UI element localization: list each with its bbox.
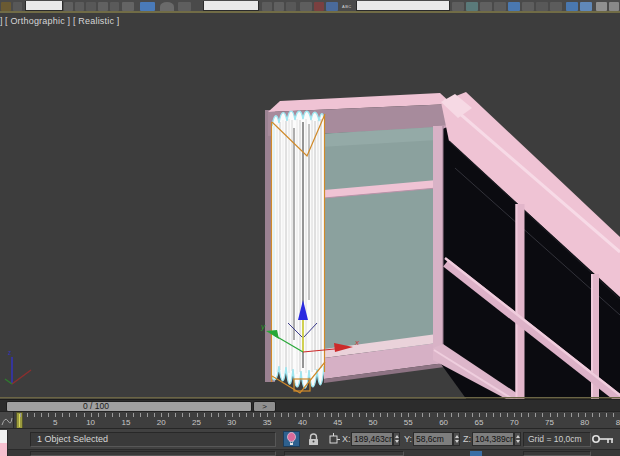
viewport-label-fragment[interactable]: ] [0,16,3,26]
frame-tick-label: 30 [227,418,236,427]
toolbar-icon-fragment[interactable] [609,2,619,11]
isolate-selection-button[interactable] [283,431,300,447]
x-coord-field[interactable]: 189,463cm [351,432,393,446]
toolbar-icon-fragment[interactable] [98,2,108,11]
status-line: 1 Object Selected [30,432,276,447]
status-bar: 1 Object Selected X: 189, [0,428,620,449]
toolbar-icon-fragment[interactable] [452,2,464,11]
prompt-line-fragment [523,451,591,456]
grid-setting-text: Grid = 10,0cm [524,433,590,446]
toolbar-icon-fragment[interactable] [64,2,73,11]
frame-tick-label: 85 [616,418,620,427]
toolbar-icon-fragment[interactable] [522,2,534,11]
track-bar-ruler[interactable]: 510152025303540455055606570758085 [0,411,620,428]
frame-tick-label: 35 [263,418,272,427]
active-tool-button[interactable] [140,2,155,11]
z-coord-label: Z: [463,434,471,444]
mirror-tool-fragment[interactable] [286,2,296,11]
scale-tool-fragment[interactable] [178,2,191,11]
toolbar-icon-fragment[interactable] [13,2,22,11]
listener-pink-pane[interactable] [0,443,7,456]
toolbar-icon-fragment[interactable] [110,2,119,11]
toolbar-icon-fragment[interactable] [326,2,338,11]
z-coord-field[interactable]: 104,389cm [472,432,514,446]
grid-setting-box: Grid = 10,0cm [523,432,591,447]
rotate-tool-fragment[interactable] [160,2,174,11]
y-coord-spinner[interactable] [453,432,460,446]
frame-tick-label: 5 [53,418,57,427]
toolbar-icon-fragment[interactable] [536,2,548,11]
main-toolbar: ABC [0,0,620,11]
z-coord-spinner[interactable] [514,432,521,446]
transform-gizmo-icon [326,432,341,447]
frame-tick-label: 10 [86,418,95,427]
prompt-line-fragment [284,451,404,456]
side-panel-left-frame[interactable] [433,126,443,354]
prompt-icon-fragment[interactable] [470,451,482,456]
selection-set-dropdown[interactable] [25,1,63,11]
toolbar-icon-fragment[interactable] [508,2,520,11]
x-coord-spinner[interactable] [393,432,400,446]
listener-white-pane[interactable] [0,430,7,443]
x-coord-label: X: [342,434,351,444]
toolbar-icon-fragment[interactable] [314,2,324,11]
rename-tool-fragment[interactable]: ABC [342,3,352,10]
padlock-icon [306,432,321,447]
frame-tick-label: 65 [474,418,483,427]
toolbar-icon-fragment[interactable] [75,2,84,11]
frame-tick-label: 45 [333,418,342,427]
frame-tick-label: 60 [439,418,448,427]
prompt-line-row [0,449,620,456]
toolbar-icon-fragment[interactable] [86,2,96,11]
frame-tick-label: 75 [545,418,554,427]
key-icon [590,431,616,448]
toolbar-icon-fragment[interactable] [550,2,562,11]
toolbar-icon-fragment[interactable] [274,2,284,11]
y-coord-label: Y: [404,434,412,444]
y-coord-field[interactable]: 58,6cm [413,432,453,446]
frame-tick-label: 55 [404,418,413,427]
prompt-line-fragment [30,451,276,456]
viewport-top-border [0,11,620,13]
frame-tick-label: 25 [192,418,201,427]
transform-typein-toggle[interactable] [326,432,341,447]
toolbar-icon-fragment[interactable] [122,2,134,11]
set-keys-button[interactable] [590,431,616,448]
toolbar-icon-fragment[interactable] [480,2,492,11]
balloon-icon [284,432,299,446]
toolbar-icon-fragment[interactable] [300,2,312,11]
window-glass[interactable] [320,127,437,357]
toolbar-icon-fragment[interactable] [494,2,506,11]
time-slider-track[interactable]: 0 / 100 > [0,399,620,411]
named-selection-dropdown[interactable] [356,1,450,11]
snap-toggle-fragment[interactable] [1,2,11,11]
frame-tick-label: 20 [157,418,166,427]
frame-tick-label: 40 [298,418,307,427]
world-axis-z-label: z [8,349,11,356]
selection-status-text: 1 Object Selected [31,433,275,446]
maxscript-mini-listener[interactable] [0,430,8,456]
frame-tick-label: 50 [369,418,378,427]
coordinate-system-dropdown[interactable] [203,1,259,11]
toolbar-icon-fragment[interactable] [262,2,272,11]
frame-tick-label: 80 [580,418,589,427]
mini-curve-editor-button[interactable] [0,412,14,428]
selection-lock-toggle[interactable] [306,432,321,447]
viewport-canvas[interactable]: x y z [0,0,620,456]
render-setup-fragment[interactable] [580,2,592,11]
toolbar-icon-fragment[interactable] [466,2,478,11]
viewport-pov-label[interactable]: [ Orthographic ] [ Realistic ] [5,16,120,26]
frame-tick-label: 70 [510,418,519,427]
frame-tick-label: 15 [121,418,130,427]
3dsmax-window: x y z ] [ Orthographic ] [ Realistic ] [0,0,620,456]
render-frame-fragment[interactable] [596,2,607,11]
material-editor-fragment[interactable] [566,2,578,11]
